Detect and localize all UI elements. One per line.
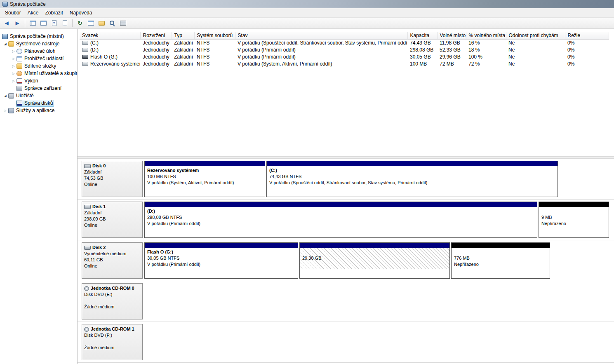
console-window-button[interactable]	[38, 19, 48, 28]
disk2-label[interactable]: Disk 2 Vyměnitelné médium 60,11 GB Onlin…	[82, 242, 143, 279]
unallocated-9mb[interactable]: 9 MB Nepřiřazeno	[539, 202, 609, 238]
volume-row-rezervovano[interactable]: Rezervováno systémem Jednoduchý Základní…	[80, 61, 609, 68]
help-document-button[interactable]	[49, 19, 59, 28]
forward-button[interactable]	[12, 19, 22, 28]
sidebar-item-systemove-nastroje[interactable]: Systémové nástroje	[0, 40, 77, 47]
volume-icon	[82, 48, 88, 52]
disk0-partitions: Rezervováno systémem 100 MB NTFS V pořád…	[144, 161, 610, 199]
sidebar-item-sluzby-a-aplikace[interactable]: Služby a aplikace	[0, 107, 77, 114]
cdrom-row-1: Jednotka CD-ROM 1 Disk DVD (F:) Žádné mé…	[78, 322, 614, 363]
volume-row-flash-g[interactable]: Flash O (G:) Jednoduchý Základní NTFS V …	[80, 54, 609, 61]
volume-filesystem: NTFS	[197, 47, 209, 53]
expander-collapsed-icon[interactable]	[2, 109, 8, 113]
volume-layout: Jednoduchý	[143, 61, 169, 67]
cd-rom-icon	[84, 286, 89, 291]
volume-fault-tolerance: Ne	[508, 61, 515, 67]
volume-list-pane: Svazek Rozvržení Typ Systém souborů Stav…	[78, 29, 614, 156]
expander-expanded-icon[interactable]	[2, 94, 8, 98]
volume-free-percent: 72 %	[468, 61, 480, 67]
volume-filesystem: NTFS	[197, 61, 209, 67]
volume-status: V pořádku (Spouštěcí oddíl, Stránkovací …	[238, 40, 407, 46]
cdrom0-label[interactable]: Jednotka CD-ROM 0 Disk DVD (E:) Žádné mé…	[82, 283, 143, 319]
cdrom1-label[interactable]: Jednotka CD-ROM 1 Disk DVD (F:) Žádné mé…	[82, 324, 143, 360]
expander-collapsed-icon[interactable]	[11, 72, 16, 75]
disk0-label[interactable]: Disk 0 Základní 74,53 GB Online	[82, 161, 143, 197]
cdrom-row-0: Jednotka CD-ROM 0 Disk DVD (E:) Žádné mé…	[78, 281, 614, 322]
disk-type: Základní	[84, 169, 140, 175]
menu-akce[interactable]: Akce	[24, 9, 42, 16]
expander-collapsed-icon[interactable]	[11, 79, 16, 83]
disk-size: 298,09 GB	[84, 216, 140, 222]
disk1-label[interactable]: Disk 1 Základní 298,09 GB Online	[82, 202, 143, 238]
search-button[interactable]	[107, 19, 117, 28]
expander-expanded-icon[interactable]	[2, 42, 8, 46]
menu-napoveda[interactable]: Nápověda	[66, 9, 96, 16]
sidebar-item-uloziste[interactable]: Úložiště	[0, 92, 77, 99]
volume-row-c[interactable]: (C:) Jednoduchý Základní NTFS V pořádku …	[80, 40, 609, 47]
disk-status: Online	[84, 263, 140, 269]
volume-free-percent: 100 %	[468, 54, 482, 60]
column-header-volne-misto[interactable]: Volné místo	[437, 32, 466, 40]
column-header-stav[interactable]: Stav	[235, 32, 407, 40]
disk-size: 74,53 GB	[84, 175, 140, 181]
sidebar-item-vykon[interactable]: Výkon	[0, 77, 77, 85]
column-header-svazek[interactable]: Svazek	[80, 32, 140, 40]
properties-button[interactable]	[86, 19, 96, 28]
open-folder-button[interactable]	[96, 19, 106, 28]
menu-soubor[interactable]: Soubor	[2, 9, 24, 16]
volume-capacity: 30,05 GB	[410, 54, 431, 60]
disk-management-button[interactable]	[118, 19, 128, 28]
column-header-odolnost[interactable]: Odolnost proti chybám	[506, 32, 565, 40]
volume-free-space: 72 MB	[440, 61, 454, 67]
sidebar-item-sdilene-slozky[interactable]: Sdílené složky	[0, 62, 77, 70]
show-console-tree-button[interactable]	[28, 19, 38, 28]
column-header-typ[interactable]: Typ	[172, 32, 194, 40]
sidebar-item-sprava-disku[interactable]: Správa disků	[0, 99, 77, 107]
hard-disk-icon	[84, 164, 91, 168]
content-area: Správa počítače (místní) Systémové nástr…	[0, 29, 614, 364]
volume-row-d[interactable]: (D:) Jednoduchý Základní NTFS V pořádku …	[80, 47, 609, 54]
console-properties-button[interactable]	[60, 19, 70, 28]
partition-c[interactable]: (C:) 74,43 GB NTFS V pořádku (Spouštěcí …	[266, 161, 558, 197]
disk-stack-icon	[120, 21, 126, 26]
main-panel: Svazek Rozvržení Typ Systém souborů Stav…	[78, 29, 614, 364]
partition-d[interactable]: (D:) 298,08 GB NTFS V pořádku (Primární …	[144, 202, 537, 238]
titlebar[interactable]: Správa počítače	[0, 0, 614, 8]
volume-overhead: 0%	[567, 40, 574, 46]
sidebar-item-prohlizec-udalosti[interactable]: Prohlížeč událostí	[0, 55, 77, 62]
column-header-system-souboru[interactable]: Systém souborů	[194, 32, 235, 40]
disk-name: Disk 2	[92, 244, 106, 251]
sidebar-item-planovac-uloh[interactable]: Plánovač úloh	[0, 47, 77, 55]
sidebar-item-sprava-pocitace[interactable]: Správa počítače (místní)	[0, 33, 77, 40]
partition-rezervovano-systemem[interactable]: Rezervováno systémem 100 MB NTFS V pořád…	[144, 161, 265, 197]
sidebar-item-mistni-uzivatele[interactable]: Místní uživatelé a skupiny	[0, 70, 77, 77]
expander-collapsed-icon[interactable]	[11, 64, 16, 68]
services-applications-icon	[8, 108, 14, 113]
column-header-rozvrzeni[interactable]: Rozvržení	[140, 32, 172, 40]
back-button[interactable]	[2, 19, 12, 28]
unallocated-776mb[interactable]: 776 MB Nepřiřazeno	[451, 242, 550, 279]
volume-type: Základní	[174, 61, 193, 67]
console-tree-sidebar: Správa počítače (místní) Systémové nástr…	[0, 29, 78, 364]
window-title: Správa počítače	[10, 1, 46, 7]
expander-collapsed-icon[interactable]	[11, 57, 16, 61]
volume-filesystem: NTFS	[197, 40, 209, 46]
volume-type: Základní	[174, 47, 193, 53]
column-header-pct-volneho-mista[interactable]: % volného místa	[466, 32, 506, 40]
disk-name: Disk 1	[92, 204, 106, 210]
volume-name: (D:)	[90, 47, 99, 53]
volume-name: (C:)	[90, 40, 99, 46]
column-header-rezie[interactable]: Režie	[565, 32, 609, 40]
free-space-29gb[interactable]: 29,30 GB	[299, 242, 450, 279]
disk-name: Jednotka CD-ROM 0	[91, 285, 134, 291]
partition-flash-g[interactable]: Flash O (G:) 30,05 GB NTFS V pořádku (Pr…	[144, 242, 298, 279]
disk-status: Žádné médium	[84, 345, 140, 351]
column-header-kapacita[interactable]: Kapacita	[407, 32, 437, 40]
refresh-button[interactable]	[75, 19, 85, 28]
sidebar-item-spravce-zarizeni[interactable]: Správce zařízení	[0, 85, 77, 92]
primary-partition-bar	[145, 161, 265, 166]
volume-free-space: 29,96 GB	[440, 54, 461, 60]
menu-zobrazit[interactable]: Zobrazit	[42, 9, 66, 16]
expander-collapsed-icon[interactable]	[11, 49, 16, 53]
volume-overhead: 0%	[567, 54, 574, 60]
